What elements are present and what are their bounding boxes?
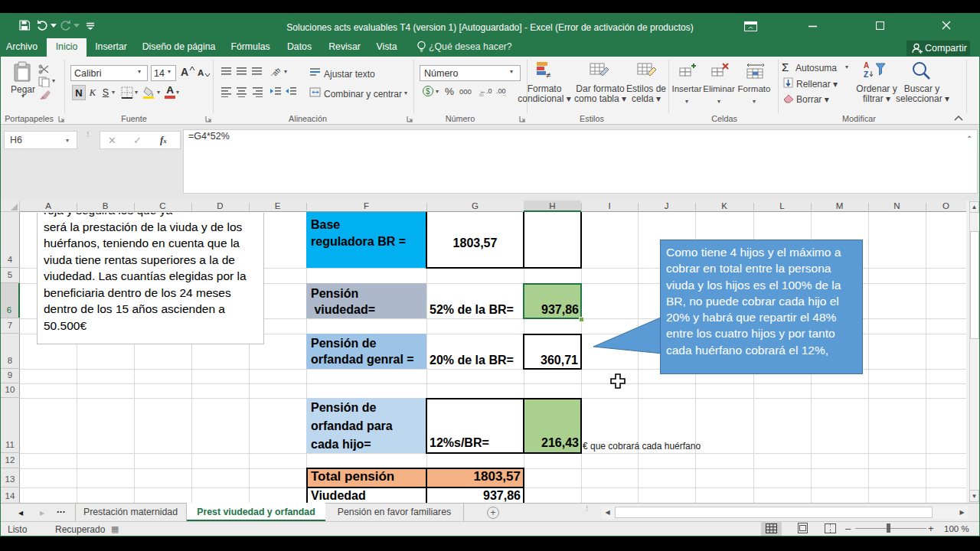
svg-text:00: 00 (479, 93, 484, 97)
svg-text:$: $ (426, 87, 430, 96)
svg-text:A: A (864, 61, 869, 70)
svg-text:ab: ab (271, 67, 282, 77)
svg-text:≠: ≠ (546, 70, 550, 80)
svg-text:→: → (502, 93, 507, 97)
svg-text:Z: Z (864, 70, 868, 79)
